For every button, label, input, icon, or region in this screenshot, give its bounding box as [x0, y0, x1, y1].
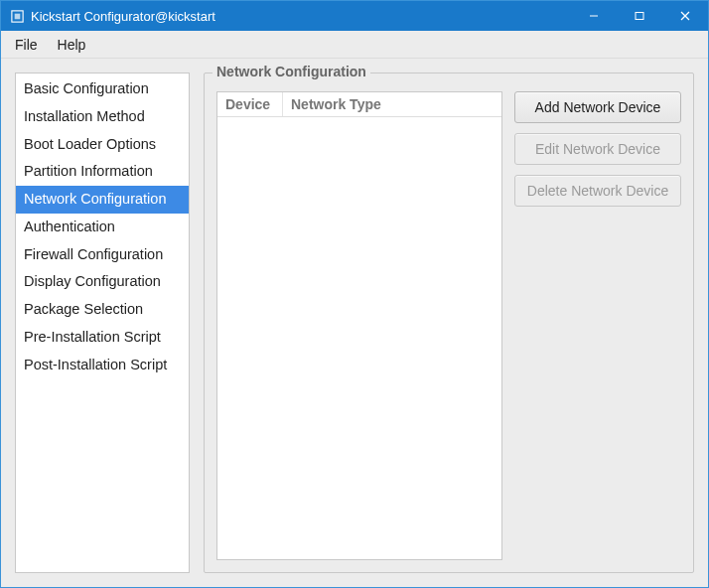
edit-network-device-button: Edit Network Device	[514, 133, 681, 165]
sidebar-item-firewall-configuration[interactable]: Firewall Configuration	[16, 241, 189, 269]
sidebar-item-partition-information[interactable]: Partition Information	[16, 158, 189, 186]
network-device-table[interactable]: Device Network Type	[216, 91, 502, 560]
svg-rect-3	[636, 13, 643, 20]
sidebar-item-boot-loader-options[interactable]: Boot Loader Options	[16, 131, 189, 159]
minimize-button[interactable]	[571, 1, 617, 31]
maximize-button[interactable]	[617, 1, 662, 31]
column-header-device[interactable]: Device	[217, 92, 283, 116]
network-configuration-group: Network Configuration Device Network Typ…	[204, 73, 694, 573]
sidebar-item-installation-method[interactable]: Installation Method	[16, 103, 189, 131]
menu-help[interactable]: Help	[50, 34, 94, 56]
sidebar-item-basic-configuration[interactable]: Basic Configuration	[16, 75, 189, 103]
table-header: Device Network Type	[217, 92, 501, 117]
sidebar-item-post-installation-script[interactable]: Post-Installation Script	[16, 352, 189, 379]
close-button[interactable]	[662, 1, 708, 31]
window-title: Kickstart Configurator@kickstart	[31, 9, 215, 24]
titlebar: Kickstart Configurator@kickstart	[1, 1, 708, 31]
sidebar-item-network-configuration[interactable]: Network Configuration	[16, 186, 189, 214]
window-controls	[571, 1, 708, 31]
sidebar-item-package-selection[interactable]: Package Selection	[16, 296, 189, 324]
svg-rect-1	[14, 13, 20, 19]
content-area: Basic Configuration Installation Method …	[1, 59, 708, 587]
add-network-device-button[interactable]: Add Network Device	[514, 91, 681, 123]
group-title: Network Configuration	[213, 64, 370, 79]
delete-network-device-button: Delete Network Device	[514, 175, 681, 207]
button-column: Add Network Device Edit Network Device D…	[514, 91, 681, 560]
sidebar-item-authentication[interactable]: Authentication	[16, 214, 189, 241]
menu-file[interactable]: File	[7, 34, 46, 56]
sidebar-item-display-configuration[interactable]: Display Configuration	[16, 268, 189, 296]
main-panel: Network Configuration Device Network Typ…	[204, 73, 694, 573]
table-body	[217, 117, 501, 559]
sidebar: Basic Configuration Installation Method …	[15, 73, 190, 573]
sidebar-item-pre-installation-script[interactable]: Pre-Installation Script	[16, 324, 189, 352]
menubar: File Help	[1, 31, 708, 59]
column-header-network-type[interactable]: Network Type	[283, 92, 501, 116]
app-icon	[9, 8, 25, 24]
